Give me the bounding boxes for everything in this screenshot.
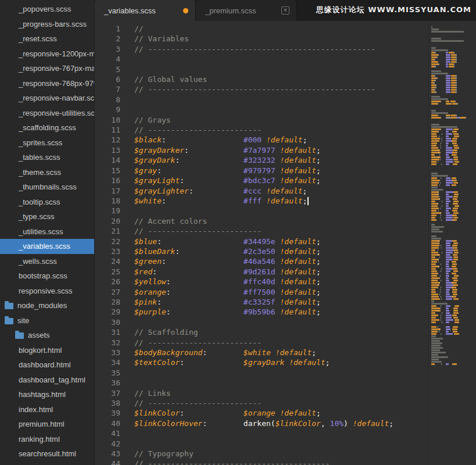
code-line-20[interactable]: 20// Accent colors (95, 216, 428, 226)
line-content: // ------------------------- (128, 125, 262, 135)
code-line-18[interactable]: 18$white: #fff !default; (95, 196, 428, 206)
code-line-26[interactable]: 26$yellow: #ffc40d !default; (95, 277, 428, 287)
code-line-8[interactable]: 8 (95, 95, 428, 105)
tab-label: _variables.scss (104, 6, 156, 15)
code-line-33[interactable]: 33$bodyBackground: $white !default; (95, 348, 428, 357)
sidebar-item-wells-scss[interactable]: _wells.scss (0, 254, 94, 269)
sidebar-item-responsive-768px-979px-scss[interactable]: _responsive-768px-979px.scss (0, 76, 94, 91)
code-line-29[interactable]: 29$purple: #9b59b6 !default; (95, 307, 428, 317)
file-label: index.html (19, 405, 53, 414)
code-line-25[interactable]: 25$red: #9d261d !default; (95, 267, 428, 277)
code-line-10[interactable]: 10// Grays (95, 115, 428, 125)
code-line-30[interactable]: 30 (95, 317, 428, 327)
code-line-16[interactable]: 16$grayLight: #bdc3c7 !default; (95, 176, 428, 185)
line-number: 21 (95, 226, 128, 236)
tab-variables-scss[interactable]: _variables.scss (95, 0, 196, 21)
file-label: searchresult.html (19, 449, 76, 458)
sidebar-item-responsive-767px-max-scss[interactable]: _responsive-767px-max.scss (0, 61, 94, 76)
code-line-7[interactable]: 7// ------------------------------------… (95, 84, 428, 94)
sidebar-item-site[interactable]: site (0, 313, 94, 328)
sidebar-item-ranking-html[interactable]: ranking.html (0, 432, 94, 447)
sidebar-item-reset-scss[interactable]: _reset.scss (0, 31, 94, 46)
code-line-27[interactable]: 27$orange: #ff7500 !default; (95, 287, 428, 297)
code-line-19[interactable]: 19 (95, 206, 428, 216)
sidebar-item-responsive-utilities-scss[interactable]: _responsive-utilities.scss (0, 106, 94, 121)
line-number: 20 (95, 216, 128, 226)
code-line-13[interactable]: 13$grayDarker: #7a7977 !default; (95, 145, 428, 155)
line-content: $grayLight: #bdc3c7 !default; (128, 176, 321, 185)
line-number: 34 (95, 357, 128, 367)
sidebar-item-variables-scss[interactable]: _variables.scss (0, 239, 94, 254)
tab-premium-scss[interactable]: _premium.scss× (196, 0, 297, 21)
sidebar-item-index-html[interactable]: index.html (0, 402, 94, 417)
code-line-5[interactable]: 5 (95, 65, 428, 74)
code-line-3[interactable]: 3// ------------------------------------… (95, 44, 428, 54)
file-label: ranking.html (19, 435, 60, 443)
code-line-9[interactable]: 9 (95, 105, 428, 115)
close-tab-icon[interactable]: × (281, 6, 289, 15)
sidebar-item-bootstrap-scss[interactable]: bootstrap.scss (0, 269, 94, 284)
line-content (128, 206, 134, 216)
editor[interactable]: 1//2// Variables3// --------------------… (95, 21, 428, 465)
sidebar-item-assets[interactable]: assets (0, 328, 94, 343)
sidebar-item-theme-scss[interactable]: _theme.scss (0, 165, 94, 180)
code-line-14[interactable]: 14$grayDark: #323232 !default; (95, 155, 428, 165)
code-line-17[interactable]: 17$grayLighter: #ccc !default; (95, 186, 428, 196)
code-line-35[interactable]: 35 (95, 368, 428, 378)
code-line-44[interactable]: 44// -----------------------------------… (95, 459, 428, 465)
sidebar-item-scaffolding-scss[interactable]: _scaffolding.scss (0, 120, 94, 135)
code-line-42[interactable]: 42 (95, 439, 428, 449)
sidebar-item-blogkort-html[interactable]: blogkort.html (0, 343, 94, 358)
sidebar-item-thumbnails-scss[interactable]: _thumbnails.scss (0, 180, 94, 195)
code-line-21[interactable]: 21// ------------------------- (95, 226, 428, 236)
code-line-28[interactable]: 28$pink: #c3325f !default; (95, 297, 428, 307)
code-line-37[interactable]: 37// Links (95, 388, 428, 398)
line-content: $linkColor: $orange !default; (128, 408, 321, 418)
sidebar-item-responsive-navbar-scss[interactable]: _responsive-navbar.scss (0, 91, 94, 106)
code-line-31[interactable]: 31// Scaffolding (95, 327, 428, 337)
line-number: 3 (95, 44, 128, 54)
code-line-6[interactable]: 6// Global values (95, 74, 428, 84)
line-content: $bodyBackground: $white !default; (128, 348, 316, 357)
sidebar-item-premium-html[interactable]: premium.html (0, 417, 94, 432)
file-label: _responsive-navbar.scss (19, 94, 94, 102)
code-line-39[interactable]: 39$linkColor: $orange !default; (95, 408, 428, 418)
code-line-1[interactable]: 1// (95, 24, 428, 34)
code-line-12[interactable]: 12$black: #000 !default; (95, 135, 428, 145)
code-line-32[interactable]: 32// ------------------------- (95, 338, 428, 348)
line-content: // Variables (128, 34, 189, 44)
code-line-41[interactable]: 41 (95, 428, 428, 438)
sidebar-item-progress-bars-scss[interactable]: _progress-bars.scss (0, 17, 94, 32)
folder-icon (5, 303, 13, 309)
app-window: _popovers.scss_progress-bars.scss_reset.… (0, 0, 476, 465)
sidebar-item-popovers-scss[interactable]: _popovers.scss (0, 2, 94, 17)
line-number: 39 (95, 408, 128, 418)
sidebar-item-responsive-scss[interactable]: responsive.scss (0, 284, 94, 299)
modified-dot-icon[interactable] (183, 8, 188, 13)
file-label: _utilities.scss (19, 227, 63, 236)
sidebar-item-searchresult-html[interactable]: searchresult.html (0, 446, 94, 462)
code-line-24[interactable]: 24$green: #46a546 !default; (95, 256, 428, 266)
code-line-34[interactable]: 34$textColor: $grayDark !default; (95, 357, 428, 367)
sidebar-item-tooltip-scss[interactable]: _tooltip.scss (0, 195, 94, 210)
minimap[interactable] (428, 21, 476, 465)
sidebar-item-responsive-1200px-min-scss[interactable]: _responsive-1200px-min.scss (0, 46, 94, 62)
code-line-40[interactable]: 40$linkColorHover: darken($linkColor, 10… (95, 419, 428, 428)
sidebar-item-sprites-scss[interactable]: _sprites.scss (0, 135, 94, 151)
code-line-23[interactable]: 23$blueDark: #2c3e50 !default; (95, 246, 428, 256)
code-line-38[interactable]: 38// ------------------------- (95, 398, 428, 408)
sidebar-item-tables-scss[interactable]: _tables.scss (0, 150, 94, 165)
code-line-22[interactable]: 22$blue: #34495e !default; (95, 237, 428, 246)
sidebar-item-type-scss[interactable]: _type.scss (0, 209, 94, 224)
sidebar-item-node-modules[interactable]: node_modules (0, 298, 94, 313)
code-line-15[interactable]: 15$gray: #979797 !default; (95, 166, 428, 176)
code-line-4[interactable]: 4 (95, 54, 428, 64)
code-line-11[interactable]: 11// ------------------------- (95, 125, 428, 135)
code-line-36[interactable]: 36 (95, 378, 428, 388)
sidebar-item-dashboard-html[interactable]: dashboard.html (0, 357, 94, 373)
code-line-43[interactable]: 43// Typography (95, 449, 428, 459)
code-line-2[interactable]: 2// Variables (95, 34, 428, 44)
sidebar-item-utilities-scss[interactable]: _utilities.scss (0, 224, 94, 239)
sidebar-item-dashboard-tag-html[interactable]: dashboard_tag.html (0, 373, 94, 388)
sidebar-item-hashtags-html[interactable]: hashtags.html (0, 387, 94, 402)
